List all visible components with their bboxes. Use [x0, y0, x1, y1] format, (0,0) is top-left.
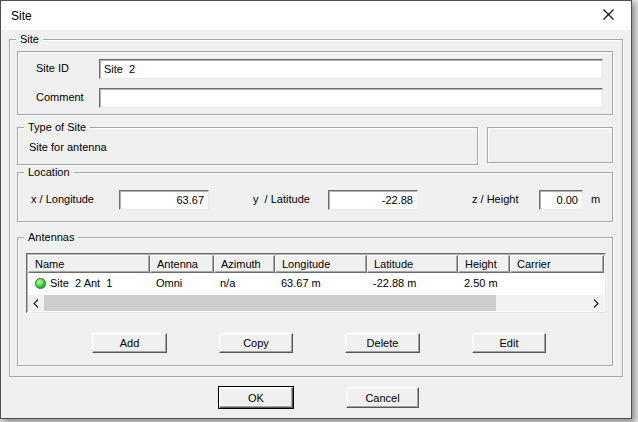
- horizontal-scrollbar[interactable]: [28, 295, 604, 311]
- antennas-group-label: Antennas: [24, 231, 78, 244]
- scroll-left-icon[interactable]: [28, 295, 44, 311]
- longitude-label: x / Longitude: [31, 193, 94, 206]
- height-unit-label: m: [591, 193, 600, 206]
- status-led-icon: [35, 278, 46, 289]
- column-header-azimuth[interactable]: Azimuth: [214, 255, 275, 273]
- height-label: z / Height: [472, 193, 518, 206]
- site-id-label: Site ID: [36, 62, 69, 75]
- type-of-site-aux-frame: [487, 127, 613, 163]
- column-header-name[interactable]: Name: [28, 255, 150, 273]
- longitude-input[interactable]: [119, 190, 209, 210]
- close-icon: [603, 9, 614, 22]
- antenna-row-height: 2.50 m: [458, 277, 510, 289]
- column-header-height[interactable]: Height: [458, 255, 510, 273]
- titlebar: Site: [1, 1, 631, 30]
- antenna-row-name: Site 2 Ant 1: [28, 277, 150, 289]
- antenna-row-longitude: 63.67 m: [275, 277, 367, 289]
- antenna-row[interactable]: Site 2 Ant 1 Omni n/a 63.67 m -22.88 m 2…: [28, 274, 604, 291]
- type-of-site-label: Type of Site: [24, 121, 90, 134]
- site-dialog: Site Site Site ID Comment Type of Site S…: [0, 0, 632, 419]
- comment-input[interactable]: [99, 88, 603, 108]
- delete-button[interactable]: Delete: [345, 333, 420, 353]
- column-header-antenna[interactable]: Antenna: [150, 255, 214, 273]
- location-group: Location: [17, 172, 613, 222]
- height-input[interactable]: [539, 190, 583, 210]
- cancel-button[interactable]: Cancel: [346, 387, 419, 408]
- antenna-row-latitude: -22.88 m: [367, 277, 458, 289]
- site-id-input[interactable]: [99, 59, 603, 79]
- antennas-list-header: Name Antenna Azimuth Longitude Latitude …: [28, 255, 604, 273]
- scroll-right-icon[interactable]: [588, 295, 604, 311]
- column-header-carrier[interactable]: Carrier: [510, 255, 604, 273]
- close-button[interactable]: [586, 1, 631, 30]
- type-of-site-group: Type of Site Site for antenna: [17, 127, 478, 165]
- copy-button[interactable]: Copy: [219, 333, 293, 353]
- latitude-input[interactable]: [328, 190, 418, 210]
- scrollbar-track[interactable]: [44, 295, 588, 311]
- edit-button[interactable]: Edit: [472, 333, 546, 353]
- comment-label: Comment: [36, 91, 84, 104]
- antennas-list[interactable]: Name Antenna Azimuth Longitude Latitude …: [26, 253, 606, 313]
- column-header-longitude[interactable]: Longitude: [275, 255, 367, 273]
- ok-button[interactable]: OK: [219, 387, 293, 408]
- antenna-row-antenna: Omni: [150, 277, 214, 289]
- column-header-latitude[interactable]: Latitude: [367, 255, 458, 273]
- scrollbar-thumb[interactable]: [44, 295, 496, 311]
- dialog-body: Site Site ID Comment Type of Site Site f…: [1, 30, 631, 418]
- site-group-label: Site: [16, 33, 43, 46]
- add-button[interactable]: Add: [92, 333, 167, 353]
- latitude-label: y / Latitude: [253, 193, 310, 206]
- location-group-label: Location: [24, 166, 74, 179]
- antenna-row-azimuth: n/a: [214, 277, 275, 289]
- type-of-site-value: Site for antenna: [29, 141, 107, 154]
- window-title: Site: [11, 9, 32, 23]
